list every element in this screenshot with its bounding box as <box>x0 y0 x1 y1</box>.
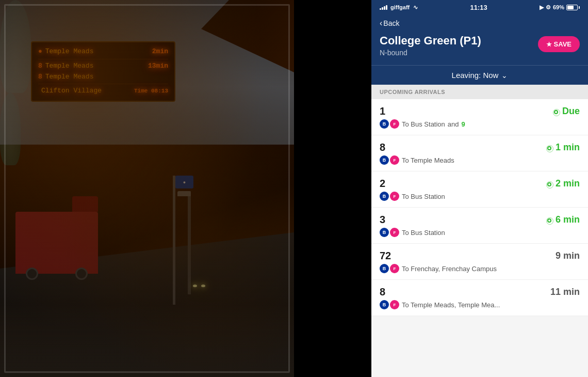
signal-bar-4 <box>386 5 387 10</box>
route-icons: B F <box>380 119 399 129</box>
back-label: Back <box>383 19 399 27</box>
battery-fill <box>567 6 574 9</box>
route-icons: B F <box>380 155 399 165</box>
arrival-time: 2 min <box>547 178 580 189</box>
leaving-text: Leaving: Now <box>452 71 499 80</box>
arrival-row-top: 72 9 min <box>380 250 580 262</box>
bus-icon: B <box>380 192 389 201</box>
arrival-row-bottom: B F To Temple Meads, Temple Mea... <box>380 300 580 309</box>
location-icon: ▶ <box>540 4 544 11</box>
destination-text: To Temple Meads <box>402 156 454 164</box>
arrival-route: 8 <box>380 286 385 298</box>
status-left: giffgaff ∿ <box>380 4 418 11</box>
arrival-time: 1 min <box>547 142 580 153</box>
arrival-row-top: 3 6 min <box>380 214 580 226</box>
arrival-row-top: 8 11 min <box>380 286 580 298</box>
arrival-time: Due <box>554 106 580 117</box>
arrivals-section: UPCOMING ARRIVALS 1 Due B F To Bus Stati… <box>371 85 588 377</box>
destination-text: To Bus Station <box>402 120 445 128</box>
alarm-icon: ⚙ <box>546 4 551 11</box>
status-bar: giffgaff ∿ 11:13 ▶ ⚙ 69% <box>371 0 588 14</box>
carrier-label: giffgaff <box>390 4 410 10</box>
stop-name: College Green (P1) <box>380 34 538 48</box>
route-icons: B F <box>380 300 399 309</box>
and-text: and <box>448 120 459 128</box>
arrival-route: 1 <box>380 105 385 117</box>
realtime-icon <box>547 218 551 223</box>
destination-text: To Temple Meads, Temple Mea... <box>402 301 500 309</box>
arrival-time: 6 min <box>547 214 580 225</box>
arrival-row-bottom: B F To Frenchay, Frenchay Campus <box>380 264 580 273</box>
battery-icon <box>566 5 580 10</box>
arrival-item[interactable]: 8 11 min B F To Temple Meads, Temple Mea… <box>371 280 588 316</box>
destination-text: To Bus Station <box>402 193 445 200</box>
and-number: 9 <box>462 120 465 128</box>
app-panel: giffgaff ∿ 11:13 ▶ ⚙ 69% ‹ Back College … <box>371 0 588 377</box>
leaving-bar[interactable]: Leaving: Now ⌄ <box>371 65 588 85</box>
arrivals-header: UPCOMING ARRIVALS <box>371 85 588 99</box>
bus-icon: B <box>380 264 389 273</box>
arrival-item[interactable]: 72 9 min B F To Frenchay, Frenchay Campu… <box>371 244 588 280</box>
signal-bar-1 <box>380 8 381 10</box>
battery-tip <box>579 6 580 9</box>
bus-icon: B <box>380 119 389 129</box>
star-icon: ★ <box>546 41 552 48</box>
arrival-route: 72 <box>380 250 391 262</box>
arrival-row-bottom: B F To Bus Station and 9 <box>380 119 580 129</box>
arrival-item[interactable]: 2 2 min B F To Bus Station <box>371 171 588 208</box>
first-icon: F <box>390 228 399 237</box>
battery-body <box>566 5 578 10</box>
save-button[interactable]: ★ SAVE <box>538 36 580 52</box>
arrival-row-bottom: B F To Bus Station <box>380 192 580 201</box>
route-icons: B F <box>380 264 399 273</box>
first-icon: F <box>390 155 399 165</box>
nav-header: ‹ Back <box>371 14 588 34</box>
first-icon: F <box>390 192 399 201</box>
first-icon: F <box>390 264 399 273</box>
arrival-row-top: 1 Due <box>380 105 580 117</box>
save-label: SAVE <box>554 40 571 48</box>
stop-info: College Green (P1) N-bound <box>380 34 538 57</box>
realtime-icon <box>547 182 551 186</box>
arrival-route: 8 <box>380 142 385 153</box>
realtime-icon <box>547 146 551 150</box>
route-icons: B F <box>380 192 399 201</box>
arrival-row-top: 8 1 min <box>380 142 580 153</box>
arrival-route: 3 <box>380 214 385 226</box>
status-right: ▶ ⚙ 69% <box>540 4 580 11</box>
destination-text: To Frenchay, Frenchay Campus <box>402 265 497 273</box>
arrival-item[interactable]: 1 Due B F To Bus Station and 9 <box>371 99 588 135</box>
arrival-item[interactable]: 8 1 min B F To Temple Meads <box>371 135 588 171</box>
realtime-icon <box>554 110 558 114</box>
stop-direction: N-bound <box>380 49 538 57</box>
arrival-item[interactable]: 3 6 min B F To Bus Station <box>371 208 588 244</box>
arrival-row-bottom: B F To Temple Meads <box>380 155 580 165</box>
wifi-icon: ∿ <box>413 4 418 11</box>
photo-panel: ● Temple Meads 2min 8 Temple Meads 13min… <box>0 0 294 377</box>
bus-icon: B <box>380 300 389 309</box>
status-time: 11:13 <box>470 4 487 11</box>
leaving-chevron-icon: ⌄ <box>501 71 508 80</box>
destination-text: To Bus Station <box>402 229 445 237</box>
stop-header: College Green (P1) N-bound ★ SAVE <box>371 34 588 65</box>
arrival-row-bottom: B F To Bus Station <box>380 228 580 237</box>
first-icon: F <box>390 300 399 309</box>
arrival-route: 2 <box>380 178 385 190</box>
bus-icon: B <box>380 155 389 165</box>
first-icon: F <box>390 119 399 129</box>
signal-icon <box>380 5 387 10</box>
arrival-time: 11 min <box>550 287 580 297</box>
photo-overlay <box>0 0 294 377</box>
battery-percent: 69% <box>553 4 564 10</box>
arrival-time: 9 min <box>556 250 580 261</box>
bus-icon: B <box>380 228 389 237</box>
route-icons: B F <box>380 228 399 237</box>
back-button[interactable]: ‹ Back <box>380 19 399 28</box>
arrival-row-top: 2 2 min <box>380 178 580 190</box>
back-chevron-icon: ‹ <box>380 19 382 28</box>
signal-bar-2 <box>382 7 383 10</box>
signal-bar-3 <box>384 6 385 10</box>
